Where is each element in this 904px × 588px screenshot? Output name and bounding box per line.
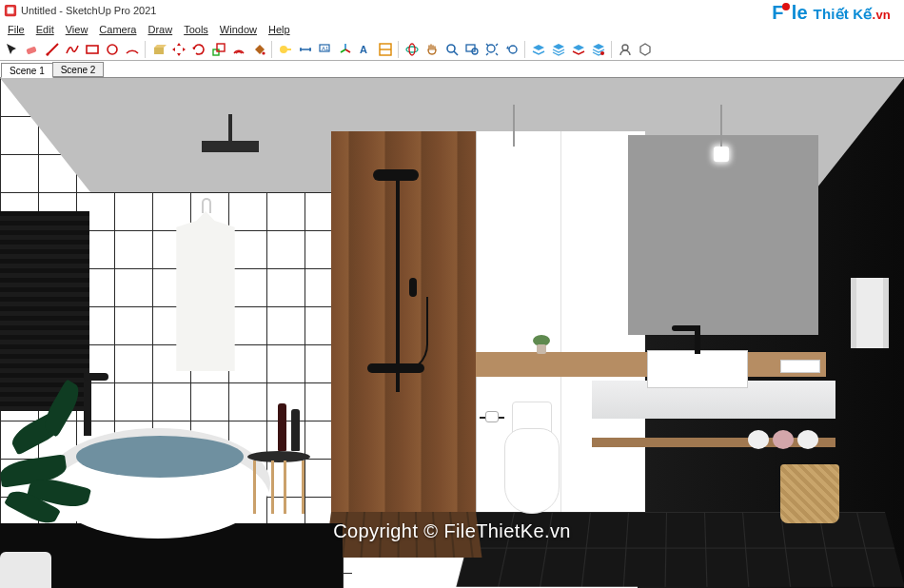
dimension-icon[interactable]: [296, 40, 315, 59]
svg-point-10: [280, 46, 287, 53]
svg-rect-2: [26, 46, 36, 54]
svg-point-24: [622, 45, 628, 50]
tab-scene-2[interactable]: Scene 2: [52, 62, 105, 77]
svg-point-9: [262, 51, 265, 54]
menu-help[interactable]: Help: [263, 24, 296, 35]
rendered-scene: [0, 78, 904, 588]
menu-view[interactable]: View: [60, 24, 94, 35]
user-icon[interactable]: [616, 40, 635, 59]
menu-file[interactable]: File: [2, 24, 30, 35]
liquor-bottle: [291, 409, 300, 451]
text-tool-icon[interactable]: A1: [316, 40, 335, 59]
select-tool-icon[interactable]: [3, 40, 22, 59]
woven-basket: [780, 464, 839, 523]
menu-window[interactable]: Window: [214, 24, 263, 35]
pan-icon[interactable]: [423, 40, 442, 59]
floor-wood-slats: [325, 512, 482, 558]
wine-bottle: [278, 403, 286, 451]
arc-tool-icon[interactable]: [123, 40, 142, 59]
menu-draw[interactable]: Draw: [142, 24, 178, 35]
floor-tile-right: [456, 512, 904, 587]
layer-stack-2-icon[interactable]: [549, 40, 568, 59]
3d-text-icon[interactable]: A: [356, 40, 375, 59]
line-tool-icon[interactable]: [43, 40, 62, 59]
toolbar-separator: [145, 41, 147, 58]
window-title: Untitled - SketchUp Pro 2021: [21, 5, 156, 16]
potted-plant: [0, 392, 105, 573]
wall-outlet: [780, 360, 820, 373]
orbit-icon[interactable]: [403, 40, 422, 59]
paint-bucket-icon[interactable]: [249, 40, 268, 59]
pendant-light: [506, 147, 521, 162]
svg-rect-19: [466, 45, 475, 51]
svg-point-17: [409, 44, 415, 55]
small-plant: [533, 335, 550, 354]
svg-rect-6: [154, 48, 164, 54]
svg-rect-4: [87, 46, 98, 53]
freehand-tool-icon[interactable]: [63, 40, 82, 59]
main-toolbar: A1 A: [0, 38, 904, 61]
toilet: [504, 422, 560, 518]
sink-faucet: [672, 325, 704, 354]
toilet-paper-holder: [480, 413, 504, 422]
tall-cabinet: [476, 131, 645, 521]
pendant-light: [714, 147, 729, 162]
tape-measure-icon[interactable]: [276, 40, 295, 59]
svg-point-22: [509, 46, 517, 53]
menu-bar: File Edit View Camera Draw Tools Window …: [0, 21, 904, 38]
svg-point-5: [108, 45, 117, 54]
mirror: [628, 135, 818, 335]
rolled-towels: [748, 430, 824, 449]
previous-view-icon[interactable]: [502, 40, 521, 59]
zoom-extents-icon[interactable]: [482, 40, 501, 59]
sink-basin: [647, 350, 748, 388]
axes-icon[interactable]: [336, 40, 355, 59]
rain-shower-head: [202, 141, 259, 152]
circle-tool-icon[interactable]: [103, 40, 122, 59]
model-viewport[interactable]: Copyright © FileThietKe.vn: [0, 78, 904, 588]
eraser-icon[interactable]: [23, 40, 42, 59]
rotate-tool-icon[interactable]: [189, 40, 208, 59]
zoom-window-icon[interactable]: [462, 40, 481, 59]
side-table: [247, 451, 310, 516]
layer-stack-1-icon[interactable]: [529, 40, 548, 59]
menu-edit[interactable]: Edit: [30, 24, 60, 35]
toolbar-separator: [611, 41, 613, 58]
svg-rect-8: [217, 44, 225, 51]
svg-rect-7: [213, 49, 219, 55]
sketchup-app-icon: [4, 4, 17, 17]
zoom-icon[interactable]: [442, 40, 462, 59]
offset-tool-icon[interactable]: [229, 40, 248, 59]
hanging-towel: [851, 278, 889, 348]
window-blinds: [0, 211, 89, 411]
push-pull-icon[interactable]: [149, 40, 168, 59]
scale-tool-icon[interactable]: [209, 40, 228, 59]
tab-scene-1[interactable]: Scene 1: [1, 63, 53, 78]
svg-point-23: [600, 51, 604, 55]
move-tool-icon[interactable]: [169, 40, 188, 59]
svg-point-18: [447, 45, 455, 52]
svg-rect-11: [286, 49, 291, 50]
layer-stack-3-icon[interactable]: [569, 40, 588, 59]
svg-point-21: [487, 45, 495, 52]
title-bar: Untitled - SketchUp Pro 2021: [0, 0, 904, 21]
svg-point-3: [47, 52, 49, 55]
brand-watermark: Fle Thiết Kế.vn: [772, 2, 891, 24]
menu-camera[interactable]: Camera: [93, 24, 142, 35]
svg-text:A: A: [360, 44, 367, 55]
svg-text:A1: A1: [322, 46, 329, 51]
layer-stack-4-icon[interactable]: [589, 40, 608, 59]
toolbar-separator: [271, 41, 273, 58]
menu-tools[interactable]: Tools: [178, 24, 214, 35]
model-info-icon[interactable]: [636, 40, 655, 59]
svg-point-16: [406, 47, 418, 52]
rectangle-tool-icon[interactable]: [83, 40, 102, 59]
svg-rect-1: [8, 8, 14, 14]
toolbar-separator: [398, 41, 400, 58]
scene-tab-bar: Scene 1 Scene 2: [0, 61, 904, 78]
robe-hook: [202, 198, 211, 213]
plant-pot: [0, 552, 51, 588]
section-plane-icon[interactable]: [376, 40, 395, 59]
toolbar-separator: [524, 41, 526, 58]
